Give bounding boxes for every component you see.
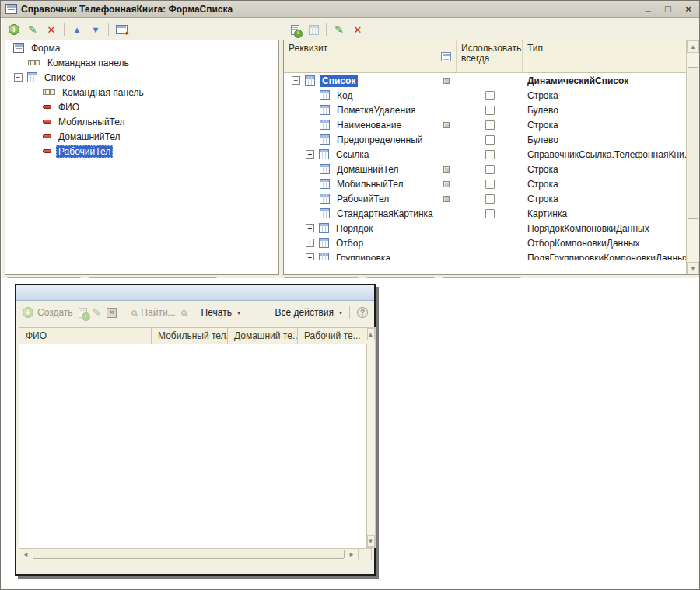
command-bar-icon xyxy=(43,89,55,95)
field-icon xyxy=(43,149,51,153)
preview-footer xyxy=(16,560,374,574)
use-always-checkbox[interactable] xyxy=(485,180,495,189)
create-button[interactable]: + Создать xyxy=(23,307,73,318)
arrow-up-icon: ▲ xyxy=(73,25,82,34)
content-marker xyxy=(443,166,450,173)
attributes-scrollbar[interactable]: ▲ ▼ xyxy=(686,40,699,274)
scroll-up-icon[interactable]: ▲ xyxy=(687,40,699,53)
column-header-attribute[interactable]: Реквизит xyxy=(284,40,436,72)
table-icon xyxy=(319,149,329,159)
check-form-button[interactable] xyxy=(114,23,129,37)
scroll-down-icon[interactable]: ▼ xyxy=(687,262,699,274)
scroll-track[interactable] xyxy=(687,53,699,262)
tree-item-command-bar[interactable]: Командная панель xyxy=(5,85,278,99)
column-header-type[interactable]: Тип xyxy=(523,40,686,72)
attr-row-ref[interactable]: Ссылка СправочникСсылка.ТелефоннаяКни... xyxy=(284,147,686,162)
search-cancel-icon xyxy=(181,310,187,316)
attr-row-work-phone[interactable]: РабочийТел Строка xyxy=(284,191,686,206)
move-up-button[interactable]: ▲ xyxy=(69,23,85,37)
delete-button[interactable]: ✕ xyxy=(44,23,59,37)
toolbar-separator xyxy=(349,306,350,319)
attributes-panel: Реквизит Использовать всегда Тип Список … xyxy=(283,40,700,275)
attr-row-standard-picture[interactable]: СтандартнаяКартинка Картинка xyxy=(284,206,686,221)
use-always-checkbox[interactable] xyxy=(485,91,495,100)
scroll-track[interactable] xyxy=(367,340,375,535)
print-button[interactable]: Печать ▾ xyxy=(201,307,240,318)
copy-button[interactable] xyxy=(79,308,87,318)
expand-icon[interactable] xyxy=(306,224,314,232)
minimize-button[interactable]: _ xyxy=(642,2,654,12)
edit-button[interactable]: ✎ xyxy=(25,23,40,37)
collapse-icon[interactable] xyxy=(14,73,23,82)
use-always-checkbox[interactable] xyxy=(485,194,495,204)
content-marker xyxy=(443,78,450,84)
attr-row-mobile-phone[interactable]: МобильныйТел Строка xyxy=(284,176,686,191)
column-header-marker[interactable] xyxy=(436,40,457,72)
scroll-down-icon[interactable]: ▼ xyxy=(367,535,375,547)
attr-row-deletion-mark[interactable]: ПометкаУдаления Булево xyxy=(284,103,686,117)
search-icon xyxy=(131,310,137,316)
form-preview-window: + Создать ✎ ✕ Найти... Печать ▾ Все дейс… xyxy=(15,284,376,576)
edit-button[interactable]: ✎ xyxy=(93,307,102,318)
use-always-checkbox[interactable] xyxy=(485,135,495,145)
scroll-right-icon[interactable]: ► xyxy=(345,549,358,560)
scroll-thumb[interactable] xyxy=(688,67,698,219)
attr-row-code[interactable]: Код Строка xyxy=(284,88,686,103)
preview-horizontal-scrollbar[interactable]: ◄ ► xyxy=(19,548,372,560)
maximize-button[interactable]: □ xyxy=(662,4,674,15)
add-icon: + xyxy=(9,24,19,35)
preview-vertical-scrollbar[interactable]: ▲ ▼ xyxy=(367,327,376,548)
tree-item-home[interactable]: ДомашнийТел xyxy=(5,129,278,144)
column-header-work[interactable]: Рабочий те... xyxy=(298,328,367,344)
tree-item-form[interactable]: Форма xyxy=(5,40,278,55)
attr-row-list[interactable]: Список ДинамическийСписок xyxy=(284,73,686,88)
add-attribute-button[interactable] xyxy=(287,23,303,37)
cancel-search-button[interactable] xyxy=(181,310,187,316)
expand-icon[interactable] xyxy=(306,150,314,159)
collapse-icon[interactable] xyxy=(292,76,300,85)
scroll-left-icon[interactable]: ◄ xyxy=(19,549,32,560)
move-down-button[interactable]: ▼ xyxy=(88,23,103,37)
attributes-header: Реквизит Использовать всегда Тип xyxy=(284,40,686,73)
delete-attribute-button[interactable]: ✕ xyxy=(350,23,366,37)
expand-icon[interactable] xyxy=(306,239,314,247)
add-table-attribute-button[interactable] xyxy=(306,23,321,37)
close-button[interactable]: × xyxy=(682,4,695,15)
find-button[interactable]: Найти... xyxy=(131,307,175,318)
add-button[interactable]: + xyxy=(6,23,22,37)
delete-button[interactable]: ✕ xyxy=(107,308,117,318)
tree-item-list[interactable]: Список xyxy=(5,70,278,85)
column-header-fio[interactable]: ФИО xyxy=(19,328,152,344)
attr-row-home-phone[interactable]: ДомашнийТел Строка xyxy=(284,162,686,176)
use-always-checkbox[interactable] xyxy=(485,120,495,130)
attr-row-order[interactable]: Порядок ПорядокКомпоновкиДанных xyxy=(284,221,686,236)
column-header-home[interactable]: Домашний те... xyxy=(228,328,298,344)
scroll-up-icon[interactable]: ▲ xyxy=(367,328,375,340)
attr-row-predefined[interactable]: Предопределенный Булево xyxy=(284,132,686,147)
use-always-checkbox[interactable] xyxy=(485,209,495,218)
table-icon xyxy=(320,208,330,218)
attr-row-description[interactable]: Наименование Строка xyxy=(284,117,686,132)
tree-item-fio[interactable]: ФИО xyxy=(5,99,278,114)
use-always-checkbox[interactable] xyxy=(485,106,495,115)
scroll-thumb[interactable] xyxy=(33,550,345,559)
tree-item-work[interactable]: РабочийТел xyxy=(5,144,278,159)
attr-row-filter[interactable]: Отбор ОтборКомпоновкиДанных xyxy=(284,236,686,250)
designer-window: Справочник ТелефоннаяКнига: ФормаСписка … xyxy=(0,0,700,590)
add-table-icon xyxy=(309,25,319,35)
form-elements-tree: Форма Командная панель Список Командная … xyxy=(5,40,279,275)
tree-item-command-bar[interactable]: Командная панель xyxy=(5,55,278,70)
use-always-checkbox[interactable] xyxy=(485,165,495,174)
add-icon: + xyxy=(23,307,33,318)
use-always-checkbox[interactable] xyxy=(485,150,495,159)
edit-attribute-button[interactable]: ✎ xyxy=(331,23,347,37)
preview-list-body[interactable] xyxy=(19,344,367,548)
column-header-use-always[interactable]: Использовать всегда xyxy=(457,40,523,72)
tree-item-mobile[interactable]: МобильныйТел xyxy=(5,114,278,129)
preview-list: ФИО Мобильный тел... Домашний те... Рабо… xyxy=(19,327,372,548)
all-actions-button[interactable]: Все действия ▾ xyxy=(275,307,342,318)
selected-tree-item-label: РабочийТел xyxy=(56,145,113,158)
help-button[interactable]: ? xyxy=(357,307,368,318)
table-icon xyxy=(320,179,330,189)
column-header-mobile[interactable]: Мобильный тел... xyxy=(152,328,228,344)
